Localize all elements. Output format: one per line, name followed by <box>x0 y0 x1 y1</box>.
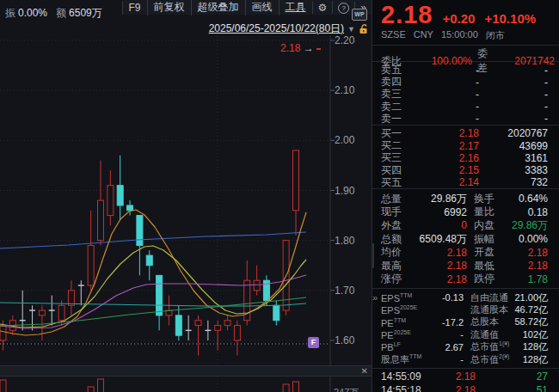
ask-row[interactable]: 卖三-- <box>372 87 559 99</box>
unlock-icon[interactable] <box>359 23 369 34</box>
menu-items: F9前复权超级叠加画线工具 <box>122 0 312 15</box>
expand-panel-icon[interactable]: » <box>372 292 378 303</box>
volume-bars <box>0 377 372 392</box>
volume-pane[interactable]: 247万 <box>0 377 372 392</box>
financial-row: 股息率TTM-总市值2(¥)128亿 <box>372 353 559 365</box>
amount-value: 6509万 <box>69 7 102 19</box>
gear-icon[interactable]: ⚙ <box>312 2 333 14</box>
stat-row: 总量29.86万换手0.64% <box>372 192 559 205</box>
price-axis-label: 2.00 <box>335 134 354 146</box>
bid-row[interactable]: 买三2.163161 <box>372 150 559 162</box>
financial-row: PBLF2.67总市值1(¥)128亿 <box>372 340 559 352</box>
ask-row[interactable]: 卖二-- <box>372 100 559 112</box>
bid-row[interactable]: 买二2.1743699 <box>372 138 559 150</box>
chart-topbar: 振0.00%额6509万 F9前复权超级叠加画线工具 ⚙ ? » WP 2025… <box>0 0 372 36</box>
kline-plot <box>0 36 372 365</box>
financial-row: EPSTTM-0.13自由流通21.00亿 <box>372 291 559 303</box>
ask-levels: 卖五--卖四--卖三--卖二--卖一-- <box>372 63 559 124</box>
chevron-down-icon[interactable]: ▼ <box>347 25 355 34</box>
price-axis-label: 1.90 <box>335 185 354 197</box>
f-event-badge[interactable]: F <box>308 337 319 348</box>
weibi-row: 委比 100.00% 委差 2071742 <box>372 46 559 60</box>
amplitude-label: 振 <box>5 7 15 19</box>
menu-item[interactable]: 超级叠加 <box>191 0 245 15</box>
stats-grid: 总量29.86万换手0.64%现手6992量比0.18外盘0内盘29.86万总额… <box>372 190 559 287</box>
tick-row: 14:55:092.1827 <box>372 370 559 383</box>
quote-panel: 2.18 +0.20 +10.10% SZSE CNY 15:00:00 闭市 … <box>372 0 559 392</box>
tick-list[interactable]: 14:55:092.182714:55:182.185114:55:212.18… <box>372 370 559 392</box>
exchange: SZSE <box>381 29 406 42</box>
ask-row[interactable]: 卖四-- <box>372 75 559 87</box>
arrow-right-icon: → <box>304 42 314 54</box>
bid-row[interactable]: 买一2.182020767 <box>372 126 559 138</box>
price-axis-label: 1.60 <box>335 334 354 346</box>
ask-row[interactable]: 卖五-- <box>372 63 559 75</box>
stat-row: 总额6509.48万振幅0.00% <box>372 232 559 246</box>
current-price-annotation: 2.18 → <box>280 42 321 54</box>
pane-divider[interactable]: ✕ <box>0 365 372 377</box>
ask-row[interactable]: 卖一-- <box>372 112 559 124</box>
menu-item[interactable]: 前复权 <box>147 0 191 15</box>
panel-edge-notch <box>372 243 374 268</box>
price-axis-label: 1.80 <box>335 235 354 247</box>
price-change: +0.20 <box>442 11 475 26</box>
financial-row: EPS2025E流通股本46.72亿 <box>372 303 559 315</box>
price-axis-label: 2.10 <box>335 84 354 96</box>
amplitude-value: 0.00% <box>18 7 47 19</box>
annotation-tick <box>316 48 321 50</box>
bid-levels: 买一2.182020767买二2.1743699买三2.163161买四2.15… <box>372 126 559 187</box>
bid-row[interactable]: 买五2.14732 <box>372 175 559 187</box>
chart-side: 振0.00%额6509万 F9前复权超级叠加画线工具 ⚙ ? » WP 2025… <box>0 0 372 392</box>
stat-row: 现手6992量比0.18 <box>372 205 559 218</box>
annotation-price: 2.18 <box>280 42 300 54</box>
price-change-pct: +10.10% <box>484 11 536 26</box>
market-status: 闭市 <box>486 29 505 42</box>
stat-row: 外盘0内盘29.86万 <box>372 218 559 232</box>
financial-row: PE2025E-流通值102亿 <box>372 328 559 340</box>
currency: CNY <box>414 29 433 42</box>
bid-row[interactable]: 买四2.153383 <box>372 163 559 175</box>
quote-header: 2.18 +0.20 +10.10% <box>372 0 559 29</box>
stat-row: 最高2.18最低2.18 <box>372 259 559 273</box>
stat-row: 涨停2.18跌停1.78 <box>372 272 559 285</box>
quote-time: 15:00:00 <box>441 29 478 42</box>
menu-item[interactable]: F9 <box>122 1 147 15</box>
last-price: 2.18 <box>381 1 433 29</box>
tick-row: 14:55:182.1851 <box>372 383 559 392</box>
wp-monitor-icon[interactable]: WP <box>352 9 367 21</box>
volume-axis-label-clipped: 247万 <box>334 386 359 392</box>
chart-toolbar-menu: F9前复权超级叠加画线工具 ⚙ ? » <box>122 0 372 15</box>
date-range[interactable]: 2025/06/25-2025/10/22(80日) <box>209 21 344 36</box>
price-axis-label: 1.70 <box>335 285 354 297</box>
price-axis-label: 2.20 <box>335 34 354 46</box>
financial-grid: EPSTTM-0.13自由流通21.00亿EPS2025E流通股本46.72亿P… <box>372 290 559 367</box>
trading-app: { "colors":{"accent_red":"#e8382c","big_… <box>0 0 559 392</box>
financial-row: PETTM-17.2总股本58.72亿 <box>372 315 559 328</box>
chart-header-stats: 振0.00%额6509万 <box>5 6 111 21</box>
quote-subheader: SZSE CNY 15:00:00 闭市 <box>372 29 559 44</box>
stat-row: 均价2.18开盘2.18 <box>372 245 559 259</box>
menu-item[interactable]: 画线 <box>245 0 279 15</box>
close-icon[interactable]: ✕ <box>361 366 368 376</box>
amount-label: 额 <box>56 7 66 19</box>
candlestick-chart[interactable]: 2.202.102.001.901.801.701.60 2.18 → F <box>0 36 372 365</box>
menu-item[interactable]: 工具 <box>279 0 312 15</box>
